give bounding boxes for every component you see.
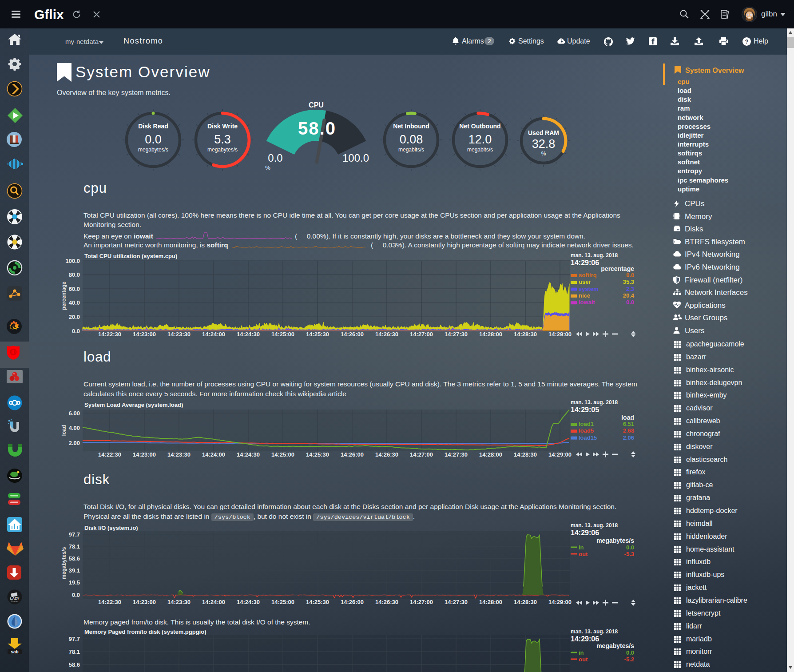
svg-text:-5.2: -5.2 <box>624 656 634 663</box>
svg-text:14:29:06: 14:29:06 <box>571 635 599 643</box>
svg-text:58.6: 58.6 <box>69 661 80 668</box>
svg-text:78.1: 78.1 <box>69 648 80 655</box>
svg-text:Memory Paged from/to disk (sys: Memory Paged from/to disk (system.pgpgio… <box>84 628 206 635</box>
svg-text:man. 13. aug. 2018: man. 13. aug. 2018 <box>571 628 618 635</box>
svg-text:out: out <box>579 656 588 663</box>
svg-text:in: in <box>579 649 584 656</box>
svg-text:0.0: 0.0 <box>626 649 634 656</box>
svg-text:97.7: 97.7 <box>69 636 80 642</box>
svg-text:megabytes/s: megabytes/s <box>596 642 634 649</box>
